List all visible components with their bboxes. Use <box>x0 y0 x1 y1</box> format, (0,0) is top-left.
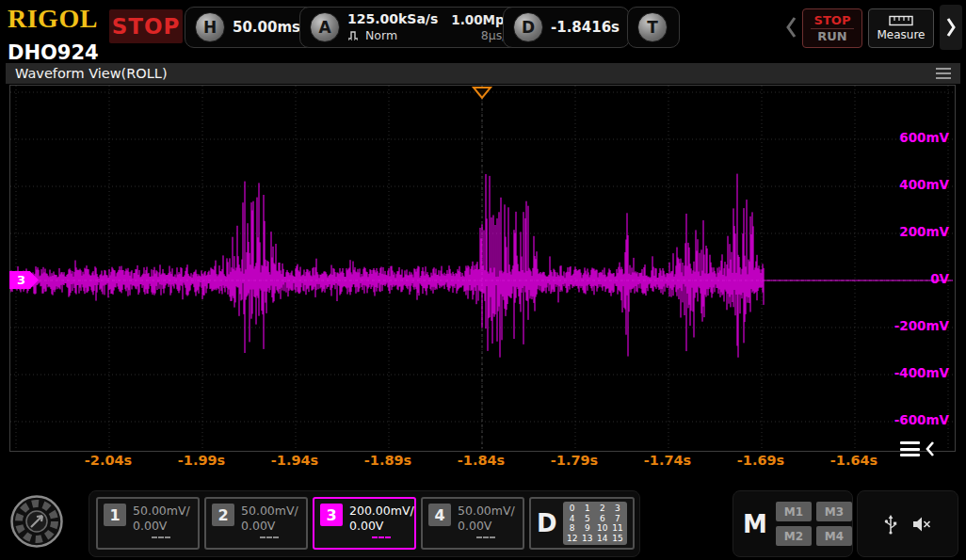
delay-value: -1.8416s <box>551 19 620 36</box>
channel-1-box[interactable]: 1 50.00mV/ 0.00V <box>96 497 200 550</box>
channel-3-box[interactable]: 3 200.00mV/ 0.00V <box>313 497 416 550</box>
sample-rate-value: 125.00kSa/s <box>347 11 438 28</box>
math-button-grid: M1 M3 M2 M4 <box>776 502 852 546</box>
channel-3-coupling-icon <box>372 536 391 538</box>
acquire-settings-group[interactable]: A 125.00kSa/s Norm 1.00Mpts 8µs/pt <box>299 7 528 48</box>
measure-label: Measure <box>877 28 926 41</box>
channel-4-coupling-icon <box>476 536 495 538</box>
x-axis-tick: -1.89s <box>350 453 426 468</box>
stop-label: STOP <box>814 13 851 28</box>
status-icons-panel <box>857 490 958 557</box>
pulse-icon <box>347 30 362 40</box>
run-label: RUN <box>811 28 854 44</box>
acquire-mode-value: Norm <box>365 28 397 43</box>
x-axis-tick: -1.64s <box>816 453 892 468</box>
channel-1-number: 1 <box>104 504 126 526</box>
channel-1-coupling-icon <box>152 536 170 538</box>
channel-3-number: 3 <box>320 504 343 526</box>
digital-channel-7[interactable]: 7 <box>610 514 625 523</box>
digital-channel-2[interactable]: 2 <box>595 504 610 513</box>
x-axis-tick: -1.94s <box>257 453 332 468</box>
math-m2-button[interactable]: M2 <box>776 526 812 546</box>
model-name: DHO924 <box>8 41 99 64</box>
rigol-logo-icon[interactable] <box>9 494 64 552</box>
trigger-button[interactable]: T <box>637 12 668 42</box>
horizontal-button[interactable]: H <box>195 12 225 42</box>
x-axis-tick: -1.99s <box>164 453 239 468</box>
digital-channel-14[interactable]: 14 <box>595 534 610 543</box>
trigger-position-marker[interactable] <box>474 88 491 98</box>
run-state-badge: STOP <box>109 9 183 43</box>
math-m4-button[interactable]: M4 <box>816 526 852 546</box>
stop-run-button[interactable]: STOP RUN <box>802 8 862 48</box>
x-axis-tick: -2.04s <box>71 453 146 468</box>
math-m1-button[interactable]: M1 <box>776 502 812 521</box>
digital-channel-11[interactable]: 11 <box>610 523 625 533</box>
digital-channel-1[interactable]: 1 <box>580 504 595 513</box>
digital-channel-8[interactable]: 8 <box>565 523 580 533</box>
channel-2-coupling-icon <box>260 536 279 538</box>
delay-settings-group[interactable]: D -1.8416s <box>503 7 630 48</box>
channel-1-offset: 0.00V <box>133 519 167 534</box>
math-label: M <box>743 510 767 538</box>
channel-2-box[interactable]: 2 50.00mV/ 0.00V <box>204 497 308 550</box>
ruler-icon <box>889 15 913 26</box>
channel-3-scale: 200.00mV/ <box>349 504 414 519</box>
channel-2-scale: 50.00mV/ <box>241 504 298 519</box>
digital-channel-grid: 0123456789101112131415 <box>563 502 627 545</box>
acquire-button[interactable]: A <box>310 12 340 42</box>
digital-channel-15[interactable]: 15 <box>610 534 625 543</box>
rigol-brand: RIGOL <box>8 4 98 34</box>
result-bar-expand-icon[interactable] <box>900 440 935 457</box>
menu-lines-icon <box>900 441 920 456</box>
channel-4-scale: 50.00mV/ <box>458 504 515 519</box>
usb-icon <box>884 514 897 535</box>
digital-label: D <box>537 509 557 537</box>
toolbar-scroll-left-icon[interactable] <box>785 15 797 43</box>
digital-channels-box[interactable]: D 0123456789101112131415 <box>529 497 635 550</box>
measure-button[interactable]: Measure <box>868 8 934 48</box>
horizontal-scale-value: 50.00ms/ <box>233 19 305 36</box>
math-m3-button[interactable]: M3 <box>816 502 852 521</box>
digital-channel-13[interactable]: 13 <box>580 534 595 543</box>
x-axis-tick: -1.84s <box>443 453 519 468</box>
digital-channel-5[interactable]: 5 <box>580 514 595 523</box>
digital-channel-12[interactable]: 12 <box>565 534 580 543</box>
oscilloscope-screen: RIGOL STOP H 50.00ms/ A 125.00kSa/s Norm… <box>0 0 966 560</box>
digital-channel-10[interactable]: 10 <box>595 523 610 533</box>
waveform-view-titlebar: Waveform View(ROLL) <box>6 63 960 84</box>
digital-channel-3[interactable]: 3 <box>610 504 625 513</box>
channel-4-offset: 0.00V <box>458 519 491 534</box>
toolbar-scroll-right-icon[interactable] <box>940 5 962 50</box>
digital-channel-4[interactable]: 4 <box>565 514 580 523</box>
waveform-view-title: Waveform View(ROLL) <box>15 66 168 81</box>
channel-1-scale: 50.00mV/ <box>133 504 190 519</box>
waveform-plot[interactable] <box>9 85 956 452</box>
delay-button[interactable]: D <box>513 12 543 42</box>
channel-3-offset: 0.00V <box>349 519 383 534</box>
x-axis-tick: -1.69s <box>723 453 798 468</box>
math-panel: M M1 M3 M2 M4 <box>733 490 853 557</box>
view-menu-icon[interactable] <box>936 68 951 79</box>
x-axis-tick: -1.79s <box>537 453 612 468</box>
channel-4-number: 4 <box>428 504 451 526</box>
speaker-muted-icon[interactable] <box>912 516 931 533</box>
waveform-canvas[interactable] <box>10 86 953 449</box>
chevron-left-icon <box>926 440 935 457</box>
digital-channel-0[interactable]: 0 <box>565 504 580 513</box>
channel-2-offset: 0.00V <box>241 519 275 534</box>
digital-channel-6[interactable]: 6 <box>595 514 610 523</box>
horizontal-settings-group[interactable]: H 50.00ms/ <box>185 7 315 48</box>
channel-4-box[interactable]: 4 50.00mV/ 0.00V <box>421 497 524 550</box>
digital-channel-9[interactable]: 9 <box>580 523 595 533</box>
trigger-settings-group[interactable]: T <box>627 7 680 48</box>
x-axis-tick: -1.74s <box>630 453 705 468</box>
channel-2-number: 2 <box>212 504 234 526</box>
